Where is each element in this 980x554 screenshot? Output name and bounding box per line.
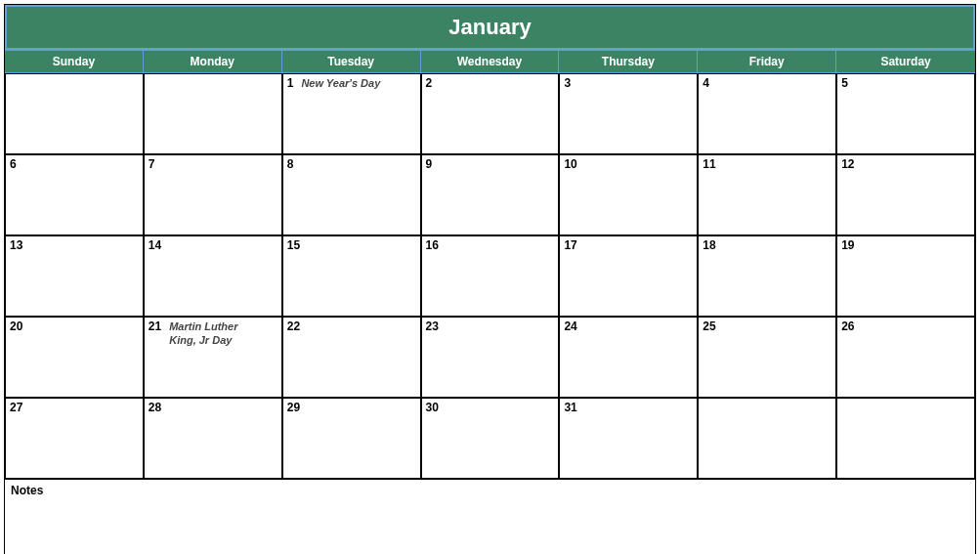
weekday-tuesday: Tuesday: [282, 51, 421, 72]
day-event: New Year's Day: [301, 76, 380, 90]
day-number: 19: [841, 238, 854, 252]
day-number: 15: [287, 238, 300, 252]
weekday-friday: Friday: [698, 51, 836, 72]
weekday-wednesday: Wednesday: [421, 51, 560, 72]
week-row: 27 28 29 30 31: [5, 398, 975, 479]
day-cell[interactable]: 31: [559, 398, 698, 479]
week-row: 6 7 8 9 10 11 12: [5, 154, 975, 235]
day-cell[interactable]: 15: [282, 235, 421, 317]
weekday-thursday: Thursday: [559, 51, 698, 72]
day-cell[interactable]: 28: [144, 398, 282, 479]
weekday-header: Sunday Monday Tuesday Wednesday Thursday…: [5, 50, 975, 73]
day-cell[interactable]: 3: [559, 73, 698, 154]
weekday-sunday: Sunday: [5, 51, 144, 72]
day-number: 13: [10, 238, 22, 252]
day-cell[interactable]: 16: [421, 235, 560, 317]
day-number: 17: [564, 238, 576, 252]
day-cell[interactable]: 20: [5, 317, 144, 398]
day-number: 12: [841, 157, 854, 171]
day-number: 5: [841, 76, 848, 90]
day-number: 24: [564, 320, 576, 333]
week-row: 1New Year's Day 2 3 4 5: [5, 73, 975, 154]
day-number: 21: [149, 320, 161, 333]
week-row: 13 14 15 16 17 18 19: [5, 235, 975, 317]
day-number: 28: [149, 401, 161, 414]
day-number: 30: [426, 401, 439, 414]
day-cell[interactable]: 30: [421, 398, 560, 479]
notes-label: Notes: [11, 484, 43, 497]
notes-section[interactable]: Notes: [5, 479, 975, 554]
day-number: 31: [564, 401, 576, 414]
weekday-monday: Monday: [144, 51, 282, 72]
day-event: Martin Luther King, Jr Day: [169, 320, 262, 348]
day-number: 18: [703, 238, 715, 252]
day-number: 16: [426, 238, 439, 252]
day-number: 23: [426, 320, 439, 333]
day-cell[interactable]: 14: [144, 235, 282, 317]
day-cell[interactable]: 7: [144, 154, 282, 235]
day-cell[interactable]: 11: [698, 154, 836, 235]
day-cell[interactable]: 8: [282, 154, 421, 235]
day-number: 1: [287, 76, 294, 90]
day-cell[interactable]: 25: [698, 317, 836, 398]
day-cell[interactable]: 29: [282, 398, 421, 479]
day-number: 20: [10, 320, 22, 333]
day-number: 26: [841, 320, 854, 333]
day-cell[interactable]: [5, 73, 144, 154]
day-number: 3: [564, 76, 571, 90]
day-cell[interactable]: 2: [421, 73, 560, 154]
day-cell[interactable]: 9: [421, 154, 560, 235]
day-cell[interactable]: [836, 398, 975, 479]
day-cell[interactable]: 21Martin Luther King, Jr Day: [144, 317, 282, 398]
day-number: 29: [287, 401, 300, 414]
day-number: 7: [149, 157, 155, 171]
day-number: 6: [10, 157, 17, 171]
calendar: January Sunday Monday Tuesday Wednesday …: [4, 4, 976, 554]
day-number: 2: [426, 76, 433, 90]
weekday-saturday: Saturday: [836, 51, 975, 72]
day-number: 8: [287, 157, 294, 171]
day-cell[interactable]: 22: [282, 317, 421, 398]
day-number: 10: [564, 157, 576, 171]
day-number: 27: [10, 401, 22, 414]
day-cell[interactable]: [144, 73, 282, 154]
calendar-grid: 1New Year's Day 2 3 4 5 6 7 8 9 10 11 12…: [5, 73, 975, 479]
day-cell[interactable]: 24: [559, 317, 698, 398]
day-cell[interactable]: 13: [5, 235, 144, 317]
day-number: 25: [703, 320, 715, 333]
day-number: 14: [149, 238, 161, 252]
day-number: 4: [703, 76, 709, 90]
day-cell[interactable]: 5: [836, 73, 975, 154]
week-row: 20 21Martin Luther King, Jr Day 22 23 24…: [5, 317, 975, 398]
day-number: 9: [426, 157, 433, 171]
day-cell[interactable]: 18: [698, 235, 836, 317]
day-cell[interactable]: 6: [5, 154, 144, 235]
day-cell[interactable]: 4: [698, 73, 836, 154]
day-cell[interactable]: 27: [5, 398, 144, 479]
day-cell[interactable]: 12: [836, 154, 975, 235]
day-cell[interactable]: [698, 398, 836, 479]
day-cell[interactable]: 23: [421, 317, 560, 398]
day-cell[interactable]: 1New Year's Day: [282, 73, 421, 154]
day-cell[interactable]: 19: [836, 235, 975, 317]
day-cell[interactable]: 26: [836, 317, 975, 398]
month-title: January: [5, 5, 975, 50]
day-cell[interactable]: 10: [559, 154, 698, 235]
day-number: 22: [287, 320, 300, 333]
day-cell[interactable]: 17: [559, 235, 698, 317]
day-number: 11: [703, 157, 715, 171]
